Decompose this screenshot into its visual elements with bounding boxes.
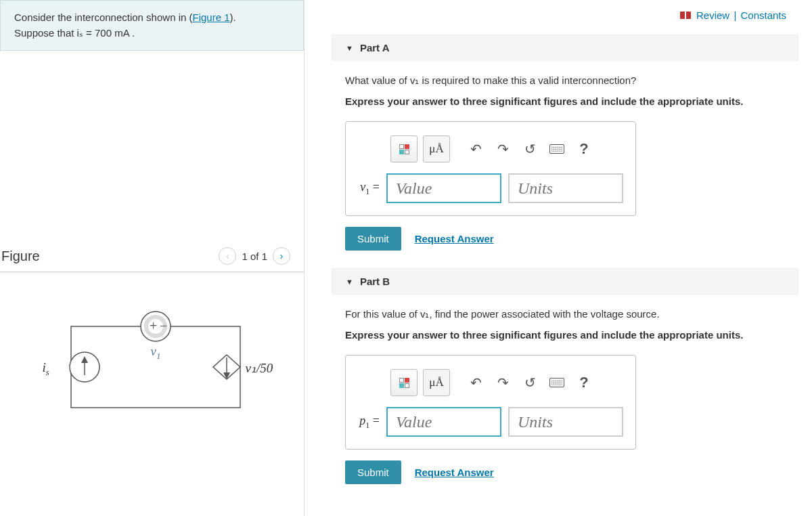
keyboard-button[interactable] xyxy=(546,138,568,160)
caret-down-icon: ▼ xyxy=(346,44,353,52)
constants-link[interactable]: Constants xyxy=(740,9,786,21)
undo-button[interactable]: ↶ xyxy=(465,138,487,160)
problem-text-prefix: Consider the interconnection shown in ( xyxy=(14,12,192,23)
part-b-request-answer-link[interactable]: Request Answer xyxy=(415,467,494,478)
part-b-question: For this value of v₁, find the power ass… xyxy=(345,307,798,322)
label-v1: v xyxy=(151,344,156,358)
label-dep: v₁/50 xyxy=(246,360,273,376)
caret-down-icon: ▼ xyxy=(346,278,353,286)
problem-statement: Consider the interconnection shown in (F… xyxy=(0,0,304,51)
part-b-title: Part B xyxy=(360,276,390,287)
part-a-header[interactable]: ▼ Part A xyxy=(332,35,798,61)
part-a-question: What value of v₁ is required to make thi… xyxy=(345,73,798,89)
problem-text-line2: Suppose that iₛ = 700 mA . xyxy=(14,26,290,41)
part-a-submit-button[interactable]: Submit xyxy=(345,227,401,251)
units-format-button[interactable]: μÅ xyxy=(423,369,450,396)
template-button[interactable] xyxy=(390,135,418,163)
figure-title: Figure xyxy=(1,249,40,264)
redo-button[interactable]: ↷ xyxy=(492,372,514,393)
figure-count: 1 of 1 xyxy=(242,251,267,262)
review-link[interactable]: Review xyxy=(696,9,729,21)
part-b-submit-button[interactable]: Submit xyxy=(345,460,401,484)
part-a-var-label: v1 = xyxy=(358,180,380,197)
part-a-instruction: Express your answer to three significant… xyxy=(345,94,798,110)
help-button[interactable]: ? xyxy=(573,138,595,160)
figure-next-button[interactable]: › xyxy=(273,247,290,265)
part-a-title: Part A xyxy=(360,42,390,53)
template-icon xyxy=(399,378,409,388)
undo-button[interactable]: ↶ xyxy=(465,372,487,393)
label-v1-sub: 1 xyxy=(156,351,161,361)
link-separator: | xyxy=(734,9,736,21)
part-a-units-input[interactable] xyxy=(508,173,623,203)
label-is-sub: s xyxy=(46,367,49,377)
book-icon xyxy=(680,12,691,20)
redo-button[interactable]: ↷ xyxy=(492,138,514,160)
part-b-answer-box: μÅ ↶ ↷ ↺ ? p1 = xyxy=(345,355,636,450)
figure-prev-button[interactable]: ‹ xyxy=(219,247,236,265)
part-b-var-label: p1 = xyxy=(358,414,380,431)
part-a-request-answer-link[interactable]: Request Answer xyxy=(415,233,494,244)
reset-button[interactable]: ↺ xyxy=(519,138,541,160)
part-b-units-input[interactable] xyxy=(508,407,623,437)
help-button[interactable]: ? xyxy=(573,372,595,393)
circuit-diagram: + − is v1 v₁/50 xyxy=(24,306,281,442)
template-icon xyxy=(399,144,409,154)
svg-text:−: − xyxy=(160,318,167,333)
problem-text-suffix: ). xyxy=(230,12,236,23)
reset-button[interactable]: ↺ xyxy=(519,372,541,393)
keyboard-icon xyxy=(549,378,564,387)
keyboard-icon xyxy=(549,144,564,154)
part-a-answer-box: μÅ ↶ ↷ ↺ ? v1 = xyxy=(345,121,636,216)
template-button[interactable] xyxy=(390,369,418,396)
part-b-header[interactable]: ▼ Part B xyxy=(332,268,798,295)
keyboard-button[interactable] xyxy=(546,372,568,393)
svg-text:+: + xyxy=(150,318,157,333)
units-format-button[interactable]: μÅ xyxy=(423,135,450,163)
part-b-instruction: Express your answer to three significant… xyxy=(345,328,798,343)
part-a-value-input[interactable] xyxy=(386,173,501,203)
part-b-value-input[interactable] xyxy=(386,407,501,437)
figure-link[interactable]: Figure 1 xyxy=(192,12,229,23)
